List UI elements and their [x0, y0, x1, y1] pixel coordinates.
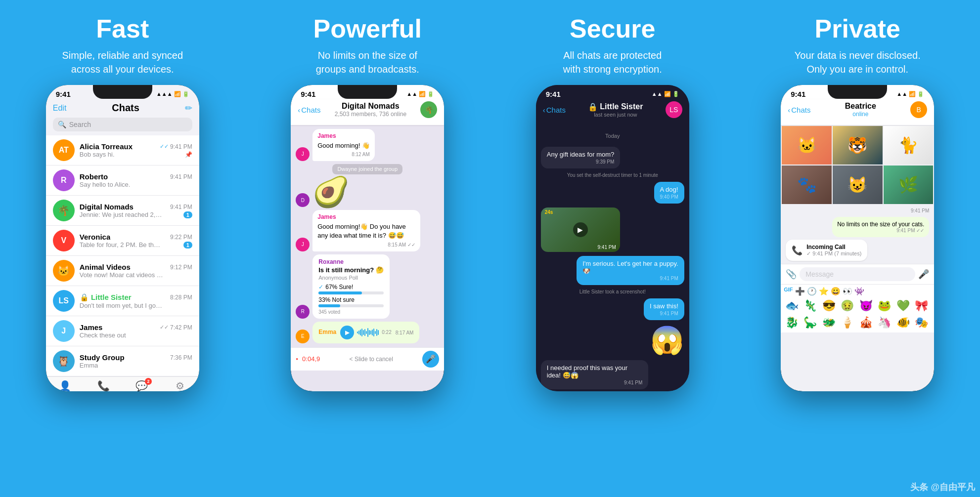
- alien-tab[interactable]: 👾: [854, 287, 864, 296]
- secret-contact-info: 🔒 Little Sister last seen just now: [569, 102, 663, 118]
- mic-icon-4[interactable]: 🎤: [918, 269, 929, 280]
- back-button-3[interactable]: ‹ Chats: [543, 106, 566, 114]
- video-play-button[interactable]: ▶: [573, 222, 588, 237]
- sticker-frog[interactable]: 🐸: [877, 298, 892, 314]
- tab-chats[interactable]: 💬 2 Chats: [123, 377, 161, 391]
- eyes-tab[interactable]: 👀: [843, 287, 852, 296]
- tab-contacts[interactable]: 👤 Contacts: [46, 377, 85, 391]
- chat-item-sister[interactable]: LS 🔒 Little Sister 8:28 PM Don't tell mo…: [46, 286, 199, 316]
- compose-button[interactable]: ✏: [185, 103, 192, 114]
- call-info: Incoming Call ✓ 9:41 PM (7 minutes): [806, 244, 861, 257]
- bubble-voice: Emma ▶: [312, 322, 419, 343]
- play-button[interactable]: ▶: [340, 326, 354, 339]
- phone-notch-1: [93, 85, 152, 99]
- mic-button-2[interactable]: 🎤: [422, 351, 439, 368]
- back-chevron-icon: ‹: [298, 106, 300, 114]
- check-alicia: ✓✓: [160, 143, 169, 150]
- status-icons-4: ▲▲ 📶 🔋: [896, 91, 924, 97]
- sticker-avocado: 🥑: [312, 177, 350, 207]
- back-button-2[interactable]: ‹ Chats: [298, 106, 320, 114]
- beatrice-status: online: [813, 111, 907, 118]
- time-proof: 9:41 PM: [547, 380, 643, 385]
- photo-green-bg: 🌿: [884, 166, 934, 204]
- avatar-animal: 🐱: [53, 260, 75, 282]
- sticker-fish[interactable]: 🐟: [784, 298, 800, 314]
- chat-item-studygroup[interactable]: 🦉 Study Group 7:36 PM Emma: [46, 346, 199, 376]
- sticker-emoji-tab[interactable]: ⭐: [819, 287, 829, 296]
- chat-item-veronica[interactable]: V Veronica 9:22 PM Table for four, 2 PM.…: [46, 226, 199, 256]
- msg-james-2: J James Good morning!👋 Do you have any i…: [296, 210, 439, 251]
- attach-icon-4[interactable]: 📎: [786, 269, 797, 280]
- sticker-dragon2[interactable]: 🐲: [821, 315, 837, 331]
- tab-settings[interactable]: ⚙ Settings: [161, 377, 199, 391]
- sticker-sunglasses[interactable]: 😎: [821, 298, 837, 314]
- beatrice-avatar: B: [910, 101, 927, 118]
- photo-grid: 🐱 🐯 🐈 🐾 😺 🌿: [782, 126, 933, 204]
- status-time-4: 9:41: [791, 90, 805, 98]
- sticker-icecream[interactable]: 🍦: [840, 315, 855, 331]
- chat-info-alicia: Alicia Torreaux ✓✓ 9:41 PM Bob says hi. …: [80, 142, 192, 158]
- avatar-alicia: AT: [53, 139, 75, 161]
- beatrice-input-bar: 📎 Message 🎤: [781, 264, 934, 284]
- panel-powerful-subtitle: No limits on the size ofgroups and broad…: [316, 48, 419, 76]
- watermark: 头条 @自由平凡: [910, 481, 975, 493]
- msg-james-1: J James Good morning! 👋 8:12 AM: [296, 129, 439, 161]
- sticker-unicorn[interactable]: 🦄: [877, 315, 892, 331]
- chat-info-studygroup: Study Group 7:36 PM Emma: [80, 353, 192, 369]
- beatrice-chat: 9:41 PM No limits on the size of your ca…: [781, 205, 934, 264]
- panel-private-subtitle: Your data is never disclosed.Only you ar…: [795, 48, 921, 76]
- sticker-bow[interactable]: 🎀: [914, 298, 930, 314]
- chat-item-animal[interactable]: 🐱 Animal Videos 9:12 PM Vote now! Moar c…: [46, 256, 199, 286]
- chat-item-roberto[interactable]: R Roberto 9:41 PM Say hello to Alice.: [46, 166, 199, 196]
- sticker-dino[interactable]: 🦕: [802, 315, 818, 331]
- sticker-tent[interactable]: 🎪: [858, 315, 874, 331]
- chats-header: Edit Chats ✏ 🔍 Search: [46, 99, 199, 135]
- avatar-roberto: R: [53, 169, 75, 191]
- sticker-mask[interactable]: 🎭: [914, 315, 930, 331]
- contacts-icon: 👤: [59, 380, 71, 391]
- sticker-sick[interactable]: 🤢: [840, 298, 855, 314]
- sticker-lizard[interactable]: 🦎: [802, 298, 818, 314]
- panel-fast-subtitle: Simple, reliable and syncedacross all yo…: [62, 48, 183, 76]
- chat-item-nomads[interactable]: 🌴 Digital Nomads 9:41 PM Jennie: We just…: [46, 196, 199, 226]
- chat-name-veronica: Veronica: [80, 233, 111, 241]
- time-james-2: 8:15 AM ✓✓: [317, 242, 415, 248]
- sticker-devil[interactable]: 😈: [858, 298, 874, 314]
- chat-item-alicia[interactable]: AT Alicia Torreaux ✓✓ 9:41 PM Bob says h…: [46, 135, 199, 166]
- plus-tab[interactable]: ➕: [795, 287, 805, 296]
- sticker-tabs: GIF ➕ 🕐 ⭐ 😀 👀 👾: [784, 287, 931, 296]
- cats-time: 9:41 PM ✓✓: [837, 228, 924, 233]
- beatrice-input[interactable]: Message: [800, 267, 915, 281]
- face-tab[interactable]: 😀: [831, 287, 841, 296]
- secret-messages: Today Any gift ideas for mom? 9:39 PM Yo…: [536, 125, 689, 391]
- back-label-2: Chats: [301, 106, 320, 114]
- avatar-james-3: J: [296, 238, 310, 251]
- search-placeholder: Search: [69, 121, 91, 128]
- sticker-fish2[interactable]: 🐠: [895, 315, 911, 331]
- time-studygroup: 7:36 PM: [170, 354, 192, 361]
- tab-calls[interactable]: 📞 Calls: [84, 377, 123, 391]
- back-button-4[interactable]: ‹ Chats: [788, 106, 810, 114]
- edit-button[interactable]: Edit: [53, 104, 67, 113]
- search-bar[interactable]: 🔍 Search: [53, 118, 192, 131]
- video-message: 24s ▶ 9:41 PM: [541, 207, 620, 252]
- gif-tab[interactable]: GIF: [784, 287, 793, 296]
- chat-list: AT Alicia Torreaux ✓✓ 9:41 PM Bob says h…: [46, 135, 199, 376]
- panel-fast: Fast Simple, reliable and syncedacross a…: [0, 0, 245, 497]
- phone-notch-3: [583, 85, 642, 99]
- chat-item-james[interactable]: J James ✓✓ 7:42 PM Check these out: [46, 316, 199, 346]
- sticker-dragon[interactable]: 🐉: [784, 315, 800, 331]
- clock-tab[interactable]: 🕐: [807, 287, 817, 296]
- panel-secure-subtitle: All chats are protectedwith strong encry…: [563, 48, 662, 76]
- sticker-green[interactable]: 💚: [895, 298, 911, 314]
- sender-emma: Emma: [318, 329, 336, 335]
- chat-name-studygroup: Study Group: [80, 353, 125, 362]
- time-animal: 9:12 PM: [170, 264, 192, 271]
- status-time-3: 9:41: [546, 90, 561, 98]
- panel-private: Private Your data is never disclosed.Onl…: [735, 0, 980, 497]
- msg-proof: I needed proof this was your idea! 😅😱 9:…: [541, 360, 649, 389]
- settings-icon: ⚙: [176, 380, 184, 391]
- back-label-3: Chats: [546, 106, 566, 114]
- bottom-tabs-1: 👤 Contacts 📞 Calls 💬 2 Chats ⚙ Settin: [46, 376, 199, 391]
- panel-powerful-title: Powerful: [313, 14, 422, 43]
